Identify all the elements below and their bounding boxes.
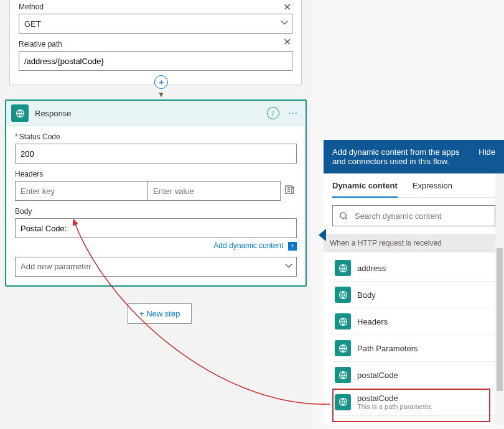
dc-header-text: Add dynamic content from the apps and co… bbox=[332, 147, 472, 166]
relative-path-label: Relative path bbox=[19, 40, 292, 48]
close-icon[interactable]: ✕ bbox=[283, 37, 291, 47]
http-trigger-icon bbox=[335, 394, 351, 410]
dc-item-name: Body bbox=[357, 290, 493, 300]
scrollbar[interactable] bbox=[495, 173, 504, 425]
add-parameter-select[interactable]: Add new parameter bbox=[15, 257, 297, 277]
arrow-down-icon: ▼ bbox=[157, 90, 165, 99]
headers-label: Headers bbox=[15, 170, 281, 178]
relative-path-input[interactable] bbox=[19, 51, 292, 71]
dc-search[interactable] bbox=[332, 205, 495, 226]
response-card-header[interactable]: Response i ··· bbox=[6, 101, 306, 126]
method-label: Method bbox=[19, 2, 292, 11]
dc-item-body[interactable]: Body bbox=[332, 282, 495, 308]
dc-item-name: postalCode bbox=[357, 371, 493, 380]
new-step-button[interactable]: + New step bbox=[128, 303, 192, 324]
dc-item-address[interactable]: address bbox=[332, 255, 495, 282]
response-card: Response i ··· *Status Code Headers bbox=[5, 99, 307, 287]
status-code-label: *Status Code bbox=[15, 132, 297, 141]
dc-item-name: postalCode bbox=[357, 394, 493, 403]
tab-expression[interactable]: Expression bbox=[413, 173, 452, 197]
dc-item-name: Path Parameters bbox=[357, 344, 493, 353]
http-trigger-icon bbox=[335, 340, 351, 356]
hide-button[interactable]: Hide bbox=[478, 147, 495, 166]
add-step-icon[interactable]: + bbox=[154, 75, 168, 89]
add-parameter-placeholder: Add new parameter bbox=[21, 262, 91, 271]
dc-item-postalcode[interactable]: postalCode bbox=[332, 362, 495, 389]
info-icon[interactable]: i bbox=[267, 107, 279, 119]
http-trigger-icon bbox=[335, 313, 351, 330]
response-icon bbox=[11, 104, 29, 122]
tab-dynamic-content[interactable]: Dynamic content bbox=[332, 173, 398, 198]
switch-mode-icon[interactable] bbox=[284, 185, 296, 196]
header-key-input[interactable] bbox=[15, 181, 147, 201]
dynamic-content-pane: Add dynamic content from the apps and co… bbox=[324, 0, 504, 429]
http-trigger-icon bbox=[335, 367, 351, 383]
dc-item-path-parameters[interactable]: Path Parameters bbox=[332, 335, 495, 362]
request-card: ✕ Method GET ✕ Relative path bbox=[9, 0, 302, 85]
method-value: GET bbox=[24, 19, 41, 29]
dc-item-name: address bbox=[357, 264, 493, 273]
body-label: Body bbox=[15, 207, 297, 216]
search-icon bbox=[339, 211, 348, 221]
dc-header: Add dynamic content from the apps and co… bbox=[324, 140, 504, 173]
designer-canvas: ✕ Method GET ✕ Relative path + ▼ Respons… bbox=[0, 0, 311, 429]
add-dynamic-content-link[interactable]: Add dynamic content bbox=[213, 241, 283, 250]
dc-search-input[interactable] bbox=[355, 211, 488, 221]
header-value-input[interactable] bbox=[147, 181, 281, 201]
chevron-down-icon bbox=[284, 263, 291, 270]
status-code-input[interactable] bbox=[15, 144, 297, 164]
close-icon[interactable]: ✕ bbox=[283, 2, 291, 12]
callout-pointer bbox=[319, 229, 326, 241]
dc-item-postalcode[interactable]: postalCode This is a path parameter. bbox=[332, 389, 495, 416]
dc-item-name: Headers bbox=[357, 317, 493, 326]
dc-section-title: When a HTTP request is received bbox=[324, 234, 504, 252]
response-title: Response bbox=[35, 109, 261, 118]
dc-item-desc: This is a path parameter. bbox=[357, 403, 493, 410]
svg-point-2 bbox=[340, 212, 346, 218]
http-trigger-icon bbox=[335, 287, 351, 303]
dc-item-headers[interactable]: Headers bbox=[332, 308, 495, 335]
method-select[interactable]: GET bbox=[19, 14, 292, 34]
chevron-down-icon bbox=[279, 20, 287, 27]
more-icon[interactable]: ··· bbox=[286, 108, 301, 119]
http-trigger-icon bbox=[335, 260, 351, 276]
dc-panel: Dynamic content Expression When a HTTP r… bbox=[324, 173, 504, 425]
plus-icon[interactable]: + bbox=[288, 242, 297, 251]
body-input[interactable] bbox=[15, 218, 297, 238]
connector: + ▼ bbox=[152, 75, 170, 99]
dc-tabs: Dynamic content Expression bbox=[332, 173, 495, 198]
scrollbar-thumb[interactable] bbox=[497, 248, 503, 391]
